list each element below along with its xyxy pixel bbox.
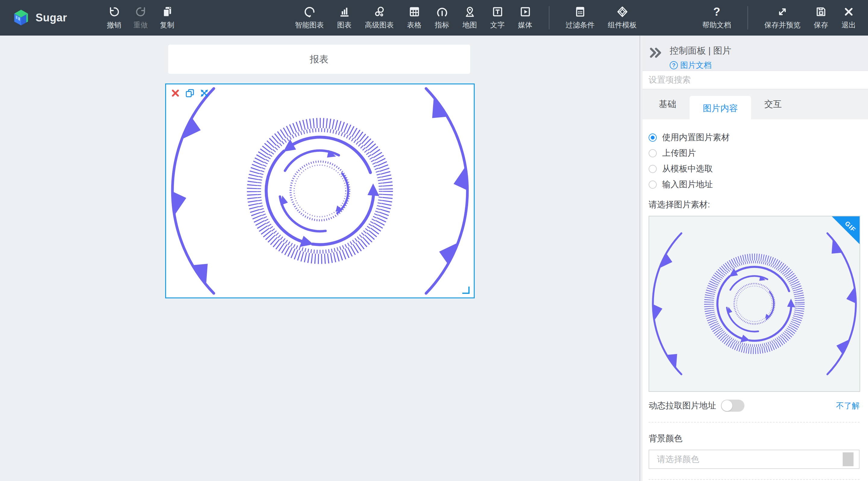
map-button[interactable]: 地图	[463, 6, 477, 30]
radio-icon	[649, 165, 657, 173]
advanced-chart-button[interactable]: 高级图表	[365, 6, 394, 30]
dynamic-url-row: 动态拉取图片地址 不了解	[649, 399, 860, 412]
color-swatch[interactable]	[843, 452, 854, 466]
radio-builtin-material[interactable]: 使用内置图片素材	[649, 130, 860, 145]
bg-color-input[interactable]	[649, 450, 843, 468]
dynamic-url-toggle[interactable]	[721, 399, 744, 412]
resize-handle[interactable]	[462, 287, 470, 294]
dashboard-canvas[interactable]: 报表	[0, 36, 640, 481]
tab-image-content[interactable]: 图片内容	[689, 96, 751, 119]
gauge-icon	[436, 6, 448, 18]
text-button[interactable]: 文字	[490, 6, 505, 30]
section-divider	[649, 422, 860, 422]
brand: Sugar	[11, 8, 67, 27]
panel-title: 控制面板 | 图片	[670, 44, 731, 57]
chart-button[interactable]: 图表	[337, 6, 352, 30]
top-toolbar: Sugar 撤销 重做 复制	[0, 0, 868, 36]
delete-component-icon[interactable]	[171, 89, 180, 98]
select-material-label: 请选择图片素材:	[649, 199, 860, 209]
save-button[interactable]: 保存	[814, 6, 828, 30]
tab-basic[interactable]: 基础	[646, 89, 689, 119]
radio-icon	[649, 149, 657, 157]
move-component-icon[interactable]	[200, 89, 209, 98]
map-pin-icon	[464, 6, 476, 18]
tech-circle-graphic-preview	[649, 216, 860, 391]
undo-icon	[108, 6, 120, 18]
undo-button[interactable]: 撤销	[107, 6, 121, 30]
indicator-button[interactable]: 指标	[435, 6, 450, 30]
insert-group: 智能图表 图表 高级图表	[295, 6, 637, 30]
radio-selected-icon	[649, 133, 657, 142]
collapse-panel-icon[interactable]	[649, 46, 662, 59]
brand-name: Sugar	[36, 11, 67, 24]
section-divider	[649, 479, 860, 480]
help-icon: ?	[713, 6, 720, 18]
bg-color-field	[649, 450, 860, 469]
toolbar-divider	[549, 6, 550, 30]
duplicate-component-icon[interactable]	[185, 89, 194, 98]
panel-content: 使用内置图片素材 上传图片 从模板中选取 输入图片地址 请选择图片素材: GIF…	[640, 119, 868, 481]
toolbar-divider	[747, 6, 748, 30]
settings-search	[640, 70, 868, 89]
redo-button[interactable]: 重做	[133, 6, 148, 30]
bg-color-label: 背景颜色	[649, 433, 860, 444]
bar-chart-icon	[338, 6, 350, 18]
radio-image-url[interactable]: 输入图片地址	[649, 177, 860, 192]
save-preview-button[interactable]: 保存并预览	[764, 6, 801, 30]
component-template-button[interactable]: 组件模板	[608, 6, 637, 30]
radio-from-template[interactable]: 从模板中选取	[649, 161, 860, 177]
copy-button[interactable]: 复制	[160, 6, 175, 30]
panel-scrollbar[interactable]	[640, 36, 643, 481]
settings-panel: 控制面板 | 图片 ? 图片文档 基础 图片内容 交互 使用内置图片素材 上传图…	[640, 36, 868, 481]
close-icon	[843, 6, 855, 18]
selection-controls	[171, 89, 209, 98]
toggle-knob	[721, 400, 733, 411]
image-source-radio-group: 使用内置图片素材 上传图片 从模板中选取 输入图片地址	[649, 130, 860, 192]
save-icon	[815, 6, 827, 18]
report-title: 报表	[310, 53, 329, 66]
copy-icon	[161, 6, 173, 18]
filter-panel-icon	[574, 6, 586, 18]
edit-group: 撤销 重做 复制	[107, 6, 175, 30]
settings-search-input[interactable]	[640, 71, 868, 89]
dynamic-url-label: 动态拉取图片地址	[649, 400, 716, 411]
smart-chart-button[interactable]: 智能图表	[295, 6, 324, 30]
exit-button[interactable]: 退出	[841, 6, 856, 30]
question-circle-icon: ?	[670, 61, 678, 69]
tech-circle-graphic	[166, 85, 474, 297]
redo-icon	[135, 6, 147, 18]
image-doc-link[interactable]: ? 图片文档	[670, 60, 731, 70]
dont-understand-link[interactable]: 不了解	[836, 400, 860, 411]
table-button[interactable]: 表格	[407, 6, 422, 30]
toolbar-right-group: ? 帮助文档 保存并预览 保存 退出	[702, 6, 856, 30]
radio-icon	[649, 181, 657, 189]
expand-arrows-icon	[776, 6, 788, 18]
material-preview-card[interactable]: GIF	[649, 216, 860, 392]
component-template-icon	[616, 6, 628, 18]
tab-interaction[interactable]: 交互	[751, 89, 795, 119]
panel-tabs: 基础 图片内容 交互	[640, 89, 868, 119]
selected-image-component[interactable]	[165, 84, 475, 298]
table-icon	[408, 6, 421, 18]
smart-chart-icon	[304, 6, 315, 18]
bubble-chart-icon	[373, 6, 385, 18]
media-icon	[519, 6, 531, 18]
panel-header: 控制面板 | 图片 ? 图片文档	[640, 36, 868, 70]
help-docs-button[interactable]: ? 帮助文档	[702, 6, 731, 30]
sugar-logo-icon	[11, 8, 31, 27]
radio-upload-image[interactable]: 上传图片	[649, 145, 860, 161]
filter-button[interactable]: 过滤条件	[566, 6, 595, 30]
text-icon	[492, 6, 504, 18]
report-title-component[interactable]: 报表	[168, 44, 470, 74]
media-button[interactable]: 媒体	[518, 6, 532, 30]
